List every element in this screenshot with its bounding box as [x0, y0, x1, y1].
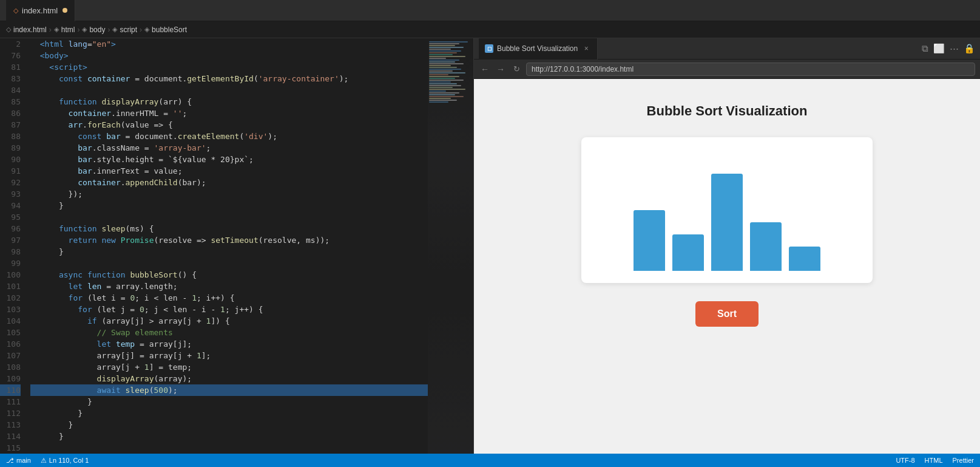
code-line [30, 211, 428, 223]
code-line: for (let j = 0; j < len - i - 1; j++) { [30, 304, 428, 315]
bar-label: 4 [763, 211, 768, 220]
bar-rect [750, 222, 782, 271]
breadcrumb-item-4[interactable]: bubbleSort [152, 26, 187, 34]
code-lines[interactable]: <html lang="en"> <body> <script> const c… [24, 38, 428, 454]
code-line: bar.className = 'array-bar'; [30, 142, 428, 154]
code-line [30, 84, 428, 96]
breadcrumb-script-icon: ◈ [112, 26, 117, 33]
bars-container: 53842 [581, 137, 873, 283]
breadcrumb: ◇ index.html › ◈ html › ◈ body › ◈ scrip… [0, 21, 980, 38]
minimap-content [428, 38, 473, 454]
code-line: let temp = array[j]; [30, 338, 428, 350]
code-line: container.innerHTML = ''; [30, 107, 428, 119]
lock-icon: 🔒 [964, 43, 975, 54]
code-line: }); [30, 188, 428, 200]
main-content: 2768183848586878889909192939495969798991… [0, 38, 980, 454]
code-line: } [30, 200, 428, 211]
code-line: if (array[j] > array[j + 1]) { [30, 315, 428, 327]
preview-tab-label: Bubble Sort Visualization [497, 44, 578, 53]
code-line: // Swap elements [30, 327, 428, 338]
code-area[interactable]: 2768183848586878889909192939495969798991… [0, 38, 473, 454]
breadcrumb-html-icon2: ◈ [54, 26, 59, 33]
sort-button[interactable]: Sort [695, 301, 759, 327]
status-language: HTML [925, 457, 943, 464]
breadcrumb-item-3[interactable]: script [120, 26, 137, 34]
bar-item: 3 [672, 223, 704, 271]
code-line: await sleep(500); [30, 384, 428, 396]
breadcrumb-item-0[interactable]: index.html [13, 26, 47, 34]
bar-label: 8 [725, 162, 729, 171]
bar-label: 5 [647, 199, 651, 208]
breadcrumb-item-2[interactable]: body [89, 26, 105, 34]
code-line: bar.style.height = `${value * 20}px`; [30, 154, 428, 165]
status-formatter: Prettier [953, 457, 974, 464]
split-view-icon[interactable]: ⬜ [933, 43, 945, 54]
preview-toolbar-icons: ⧉ ⬜ ⋯ 🔒 [922, 43, 975, 54]
preview-tab-bar: ◻ Bubble Sort Visualization × ⧉ ⬜ ⋯ 🔒 [474, 38, 980, 60]
tab-icon: ◇ [13, 7, 18, 15]
status-encoding: UTF-8 [896, 457, 914, 464]
preview-tab-close-button[interactable]: × [581, 44, 591, 53]
code-line: array[j] = array[j + 1]; [30, 350, 428, 361]
viz-title: Bubble Sort Visualization [647, 103, 808, 119]
status-errors: ⚠ Ln 110, Col 1 [41, 457, 89, 465]
bar-item: 8 [711, 162, 743, 271]
code-line: return new Promise(resolve => setTimeout… [30, 234, 428, 246]
status-branch: ⎇ main [6, 457, 31, 465]
code-line: <script> [30, 61, 428, 73]
back-button[interactable]: ← [479, 63, 491, 75]
split-editor-icon[interactable]: ⧉ [922, 43, 928, 54]
more-actions-icon[interactable]: ⋯ [950, 43, 959, 54]
status-position: Ln 110, Col 1 [49, 457, 89, 464]
address-input[interactable] [526, 63, 975, 76]
breadcrumb-item-1[interactable]: html [61, 26, 75, 34]
status-right: UTF-8 HTML Prettier [896, 457, 974, 464]
code-line: } [30, 431, 428, 442]
code-line: <html lang="en"> [30, 38, 428, 50]
breadcrumb-body-icon: ◈ [82, 26, 87, 33]
breadcrumb-html-icon: ◇ [6, 26, 11, 33]
code-line: const bar = document.createElement('div'… [30, 131, 428, 142]
preview-tab[interactable]: ◻ Bubble Sort Visualization × [479, 38, 598, 60]
editor-panel: 2768183848586878889909192939495969798991… [0, 38, 473, 454]
editor-tab[interactable]: ◇ index.html [6, 0, 75, 21]
tab-modified-dot [63, 8, 67, 13]
code-line: container.appendChild(bar); [30, 177, 428, 188]
code-line: } [30, 246, 428, 257]
bar-rect [789, 247, 820, 271]
code-line: bar.innerText = value; [30, 165, 428, 177]
bar-item: 5 [634, 199, 665, 271]
bar-label: 3 [686, 223, 690, 232]
bar-item: 2 [789, 235, 820, 271]
code-line: } [30, 396, 428, 407]
forward-button[interactable]: → [495, 63, 507, 75]
code-line: let len = array.length; [30, 281, 428, 292]
status-bar: ⎇ main ⚠ Ln 110, Col 1 UTF-8 HTML Pretti… [0, 454, 980, 467]
tab-label: index.html [22, 6, 58, 15]
code-line [30, 442, 428, 454]
code-line: array[j + 1] = temp; [30, 361, 428, 373]
error-icon: ⚠ [41, 457, 47, 465]
code-line: function sleep(ms) { [30, 223, 428, 234]
line-numbers: 2768183848586878889909192939495969798991… [0, 38, 24, 454]
bar-item: 4 [750, 211, 782, 271]
code-line: } [30, 419, 428, 431]
code-line: async function bubbleSort() { [30, 269, 428, 281]
address-bar-row: ← → ↻ [474, 60, 980, 79]
preview-panel: ◻ Bubble Sort Visualization × ⧉ ⬜ ⋯ 🔒 ← … [473, 38, 980, 454]
preview-content: Bubble Sort Visualization 53842 Sort [474, 79, 980, 454]
code-line: <body> [30, 50, 428, 61]
bar-label: 2 [802, 235, 806, 244]
preview-tab-icon: ◻ [485, 44, 493, 53]
git-branch-icon: ⎇ [6, 457, 14, 465]
minimap [428, 38, 473, 454]
code-line [30, 257, 428, 269]
code-line: arr.forEach(value => { [30, 119, 428, 131]
bar-rect [711, 174, 743, 271]
code-line: for (let i = 0; i < len - 1; i++) { [30, 292, 428, 304]
bar-rect [634, 210, 665, 271]
bar-rect [672, 234, 704, 271]
code-line: displayArray(array); [30, 373, 428, 384]
code-line: function displayArray(arr) { [30, 96, 428, 107]
refresh-button[interactable]: ↻ [510, 63, 522, 75]
